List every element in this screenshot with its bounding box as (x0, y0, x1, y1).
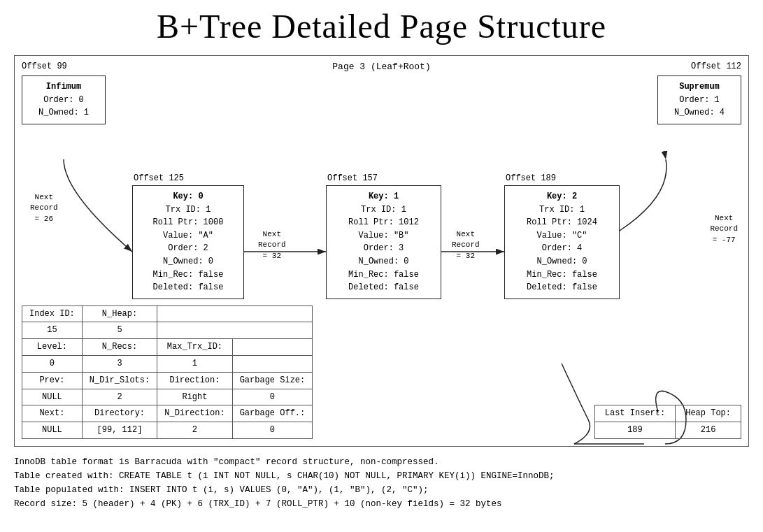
next-record-2-sup: Next Record = -77 (710, 213, 738, 245)
next-record-0-1: Next Record = 32 (258, 229, 286, 261)
next-record-infimum: Next Record = 26 (30, 192, 58, 224)
table-next-label: Next: (22, 405, 83, 422)
heap-top-label: Heap Top: (676, 405, 741, 422)
table-empty2 (157, 322, 313, 339)
offset-99-label: Offset 99 (22, 62, 67, 71)
table-prev-val: NULL (22, 389, 83, 405)
table-garbageoff-label: Garbage Off.: (232, 405, 313, 422)
key0-minrec: Min_Rec: false (138, 268, 238, 282)
table-empty4 (232, 356, 313, 373)
key2-title: Key: 2 (511, 190, 613, 203)
supremum-box: Supremum Order: 1 N_Owned: 4 (657, 76, 741, 124)
key0-value: Value: "A" (138, 229, 238, 243)
table-garbagesize-val: 0 (232, 389, 313, 405)
infimum-title: Infimum (28, 80, 99, 94)
page-label: Page 3 (Leaf+Root) (332, 62, 430, 72)
key0-deleted: Deleted: false (138, 281, 238, 294)
key0-box: Key: 0 Trx ID: 1 Roll Ptr: 1000 Value: "… (132, 185, 244, 299)
key1-roll: Roll Ptr: 1012 (332, 216, 435, 229)
key2-value: Value: "C" (511, 229, 613, 243)
heap-top-value: 216 (676, 422, 741, 439)
infimum-box: Infimum Order: 0 N_Owned: 1 (22, 76, 106, 124)
table-maxtrx-val: 1 (157, 356, 232, 373)
table-empty1 (157, 305, 313, 322)
footer-line3: Table populated with: INSERT INTO t (i, … (14, 483, 749, 497)
table-garbagesize-label: Garbage Size: (232, 372, 313, 389)
key2-deleted: Deleted: false (511, 281, 613, 294)
next-record-1-2: Next Record = 32 (452, 229, 480, 261)
table-ndirslots-label: N_Dir_Slots: (82, 372, 157, 389)
table-directory-val: [99, 112] (82, 422, 157, 439)
key1-trx: Trx ID: 1 (332, 203, 435, 217)
key0-nowned: N_Owned: 0 (138, 255, 238, 268)
key1-title: Key: 1 (332, 190, 435, 203)
infimum-order: Order: 0 (28, 94, 99, 107)
key1-nowned: N_Owned: 0 (332, 255, 435, 268)
key0-roll: Roll Ptr: 1000 (138, 216, 238, 229)
table-ndirection-label: N_Direction: (157, 405, 232, 422)
table-garbageoff-val: 0 (232, 422, 313, 439)
infimum-n-owned: N_Owned: 1 (28, 106, 99, 120)
table-nrecs-label: N_Recs: (82, 339, 157, 356)
table-nheap-label: N_Heap: (82, 305, 157, 322)
table-index-label: Index ID: (22, 305, 83, 322)
key1-minrec: Min_Rec: false (332, 268, 435, 282)
key2-roll: Roll Ptr: 1024 (511, 216, 613, 229)
table-ndirslots-val: 2 (82, 389, 157, 405)
page-metadata-table: Index ID: N_Heap: 15 5 Level: N_Recs: Ma… (22, 305, 313, 439)
table-maxtrx-label: Max_Trx_ID: (157, 339, 232, 356)
last-insert-table: Last Insert: Heap Top: 189 216 (594, 405, 741, 439)
key1-box: Key: 1 Trx ID: 1 Roll Ptr: 1012 Value: "… (326, 185, 441, 299)
table-level-label: Level: (22, 339, 83, 356)
key2-box: Key: 2 Trx ID: 1 Roll Ptr: 1024 Value: "… (504, 185, 620, 299)
page-title: B+Tree Detailed Page Structure (14, 7, 749, 45)
offset-112-label: Offset 112 (691, 62, 741, 71)
supremum-n-owned: N_Owned: 4 (664, 106, 735, 120)
table-direction-val: Right (157, 389, 232, 405)
supremum-title: Supremum (664, 80, 735, 94)
table-next-val: NULL (22, 422, 83, 439)
offset-125-label: Offset 125 (134, 173, 184, 183)
key2-trx: Trx ID: 1 (511, 203, 613, 217)
footer-line2: Table created with: CREATE TABLE t (i IN… (14, 469, 749, 483)
key2-minrec: Min_Rec: false (511, 268, 613, 282)
last-insert-value: 189 (594, 422, 675, 439)
key1-value: Value: "B" (332, 229, 435, 243)
key0-order: Order: 2 (138, 242, 238, 255)
key1-order: Order: 3 (332, 242, 435, 255)
offset-157-label: Offset 157 (327, 173, 378, 183)
table-nheap-val: 5 (82, 322, 157, 339)
key2-order: Order: 4 (511, 242, 613, 255)
footer: InnoDB table format is Barracuda with "c… (14, 455, 749, 511)
footer-line1: InnoDB table format is Barracuda with "c… (14, 455, 749, 469)
table-nrecs-val: 3 (82, 356, 157, 373)
table-directory-label: Directory: (82, 405, 157, 422)
table-empty3 (232, 339, 313, 356)
offset-189-label: Offset 189 (506, 173, 556, 183)
footer-line4: Record size: 5 (header) + 4 (PK) + 6 (TR… (14, 497, 749, 511)
diagram-container: Offset 99 Page 3 (Leaf+Root) Offset 112 … (14, 55, 749, 447)
key2-nowned: N_Owned: 0 (511, 255, 613, 268)
last-insert-label: Last Insert: (594, 405, 675, 422)
table-direction-label: Direction: (157, 372, 232, 389)
table-index-val: 15 (22, 322, 83, 339)
key0-title: Key: 0 (138, 190, 238, 203)
table-ndirection-val: 2 (157, 422, 232, 439)
table-level-val: 0 (22, 356, 83, 373)
key0-trx: Trx ID: 1 (138, 203, 238, 217)
table-prev-label: Prev: (22, 372, 83, 389)
key1-deleted: Deleted: false (332, 281, 435, 294)
supremum-order: Order: 1 (664, 94, 735, 107)
